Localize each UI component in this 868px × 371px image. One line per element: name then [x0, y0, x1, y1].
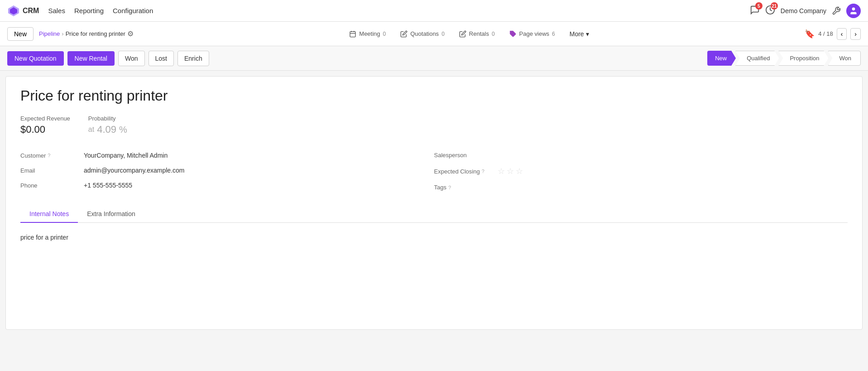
breadcrumb-pipeline[interactable]: Pipeline	[39, 30, 60, 37]
rentals-label: Rentals	[469, 30, 489, 37]
tab-content-internal-notes: price for a printer	[20, 230, 848, 266]
expected-closing-label: Expected Closing ?	[434, 168, 498, 175]
meeting-action[interactable]: Meeting 0	[345, 29, 389, 39]
breadcrumb: Pipeline › Price for renting printer ⚙	[39, 29, 134, 38]
email-field: Email admin@yourcompany.example.com	[20, 163, 434, 178]
quotations-label: Quotations	[410, 30, 439, 37]
activity-badge: 21	[771, 2, 778, 10]
expected-closing-field: Expected Closing ? ☆ ☆ ☆	[434, 163, 848, 180]
tab-extra-information[interactable]: Extra Information	[78, 206, 144, 223]
nav-configuration[interactable]: Configuration	[113, 5, 153, 16]
nav-items: Sales Reporting Configuration	[48, 5, 740, 16]
phone-value[interactable]: +1 555-555-5555	[84, 182, 132, 189]
record-position: 4 / 18	[818, 30, 833, 37]
customer-label: Customer ?	[20, 152, 84, 159]
nav-sales[interactable]: Sales	[48, 5, 65, 16]
expected-revenue-value[interactable]: $0.00	[20, 124, 70, 135]
settings-icon[interactable]: ⚙	[127, 29, 134, 38]
rentals-count: 0	[492, 31, 495, 37]
meeting-count: 0	[383, 31, 386, 37]
phone-field: Phone +1 555-555-5555	[20, 178, 434, 193]
avatar-icon	[849, 6, 858, 15]
priority-stars: ☆ ☆ ☆	[498, 166, 523, 176]
new-button[interactable]: New	[7, 27, 34, 41]
stage-won[interactable]: Won	[828, 51, 861, 66]
phone-label: Phone	[20, 182, 84, 189]
top-nav-right: 5 21 Demo Company	[750, 4, 861, 18]
probability-label: Probability	[88, 115, 127, 122]
page-views-label: Page views	[519, 30, 549, 37]
main-content: Price for renting printer Expected Reven…	[5, 76, 863, 330]
stage-new[interactable]: New	[707, 51, 736, 66]
at-text: at	[88, 125, 94, 134]
email-label: Email	[20, 167, 84, 174]
prev-record-button[interactable]: ‹	[837, 28, 847, 40]
svg-rect-4	[350, 31, 355, 37]
record-title: Price for renting printer	[20, 87, 848, 104]
action-bar: New Quotation New Rental Won Lost Enrich…	[0, 46, 868, 71]
second-bar: New Pipeline › Price for renting printer…	[0, 22, 868, 46]
new-quotation-button[interactable]: New Quotation	[7, 51, 64, 66]
star-2[interactable]: ☆	[507, 166, 514, 176]
right-fields: Salesperson Expected Closing ? ☆ ☆ ☆ Tag…	[434, 148, 848, 195]
lost-button[interactable]: Lost	[149, 51, 174, 66]
left-fields: Customer ? YourCompany, Mitchell Admin E…	[20, 148, 434, 195]
enrich-button[interactable]: Enrich	[177, 51, 209, 66]
record-navigation: 🔖 4 / 18 ‹ ›	[805, 28, 861, 40]
email-value[interactable]: admin@yourcompany.example.com	[84, 167, 185, 174]
next-record-button[interactable]: ›	[850, 28, 861, 40]
tabs: Internal Notes Extra Information	[20, 206, 848, 223]
salesperson-field: Salesperson	[434, 148, 848, 163]
app-logo[interactable]: CRM	[7, 5, 39, 17]
activity-icon[interactable]: 21	[765, 5, 775, 16]
probability-block: Probability at 4.09 %	[88, 115, 127, 135]
stage-qualified[interactable]: Qualified	[735, 51, 779, 66]
more-chevron-icon: ▾	[586, 30, 589, 38]
page-views-count: 6	[552, 31, 555, 37]
page-views-icon	[509, 30, 517, 38]
star-3[interactable]: ☆	[516, 166, 523, 176]
quotations-icon	[400, 30, 408, 38]
tools-icon[interactable]	[832, 6, 841, 15]
user-avatar[interactable]	[846, 4, 861, 18]
bookmark-icon[interactable]: 🔖	[805, 29, 815, 39]
breadcrumb-separator: ›	[62, 30, 63, 37]
page-views-action[interactable]: Page views 6	[506, 29, 559, 39]
top-nav: CRM Sales Reporting Configuration 5 21 D…	[0, 0, 868, 22]
tags-field: Tags ?	[434, 180, 848, 195]
stage-bar: New Qualified Proposition Won	[707, 51, 861, 66]
internal-notes-text: price for a printer	[20, 234, 68, 241]
won-button[interactable]: Won	[118, 51, 145, 66]
svg-point-3	[852, 7, 855, 10]
probability-value[interactable]: 4.09	[97, 124, 116, 135]
more-button[interactable]: More ▾	[566, 29, 593, 39]
nav-reporting[interactable]: Reporting	[74, 5, 104, 16]
messages-badge: 5	[755, 2, 762, 10]
new-rental-button[interactable]: New Rental	[67, 51, 115, 66]
customer-field: Customer ? YourCompany, Mitchell Admin	[20, 148, 434, 163]
quotations-count: 0	[441, 31, 445, 37]
percent-sign: %	[119, 125, 127, 135]
meeting-icon	[349, 30, 356, 38]
salesperson-label: Salesperson	[434, 152, 498, 159]
expected-revenue-label: Expected Revenue	[20, 115, 70, 122]
tags-help-icon[interactable]: ?	[448, 185, 451, 190]
stage-proposition[interactable]: Proposition	[778, 51, 828, 66]
revenue-section: Expected Revenue $0.00 Probability at 4.…	[20, 115, 848, 135]
customer-value[interactable]: YourCompany, Mitchell Admin	[84, 152, 168, 159]
quotations-action[interactable]: Quotations 0	[397, 29, 448, 39]
messages-icon[interactable]: 5	[750, 5, 760, 16]
tags-label: Tags ?	[434, 184, 498, 191]
record-actions: Meeting 0 Quotations 0 Rentals 0 Page	[139, 29, 799, 39]
rentals-action[interactable]: Rentals 0	[456, 29, 499, 39]
app-name: CRM	[23, 7, 39, 15]
breadcrumb-current: Price for renting printer	[66, 30, 125, 37]
fields-grid: Customer ? YourCompany, Mitchell Admin E…	[20, 148, 848, 195]
company-name[interactable]: Demo Company	[781, 7, 826, 14]
crm-logo-icon	[7, 5, 20, 17]
customer-help-icon[interactable]: ?	[48, 153, 50, 158]
closing-help-icon[interactable]: ?	[482, 169, 484, 174]
tab-internal-notes[interactable]: Internal Notes	[20, 206, 78, 223]
more-label: More	[570, 30, 584, 38]
star-1[interactable]: ☆	[498, 166, 505, 176]
